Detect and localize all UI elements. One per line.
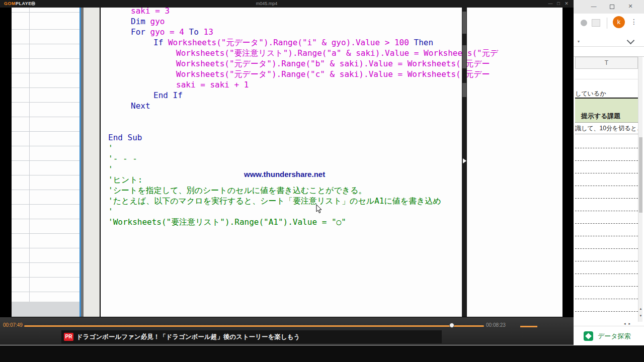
column-header[interactable]: T: [575, 57, 638, 69]
background-browser-window: — ✕ k ⋮ ▾ T しているか 提示する課題 識して、10分を切るとこ: [574, 0, 644, 345]
browser-maximize-button[interactable]: [610, 5, 614, 9]
code-line: 'シートを指定して、別のシートのセルに値を書き込むことができる。: [108, 186, 367, 195]
code-line: '- - -: [108, 154, 137, 163]
code-line: ': [108, 207, 113, 216]
hscroll-arrows[interactable]: ◂▸: [624, 322, 633, 326]
code-line: Dim gyo: [131, 17, 165, 26]
browser-menu-icon[interactable]: ⋮: [630, 17, 637, 27]
ad-banner[interactable]: PR ドラゴンボールファン必見！「ドラゴンボール超」後のストーリーを楽しもう: [61, 330, 442, 343]
green-cell-text: 提示する課題: [581, 112, 621, 121]
video-frame[interactable]: www.thundershare.net saki = 3Dim gyoFor …: [0, 8, 574, 317]
sheet-cells: しているか 提示する課題 識して、10分を切るとこ: [575, 69, 638, 326]
sheet-row[interactable]: [575, 299, 638, 312]
code-line: 'Worksheets("要注意リスト").Range("A1").Value …: [108, 218, 346, 226]
volume-bar[interactable]: [520, 326, 537, 327]
code-line: 'ヒント:: [108, 175, 142, 184]
sheet-row[interactable]: [575, 186, 638, 199]
code-line: Next: [131, 102, 150, 110]
ad-text: ドラゴンボールファン必見！「ドラゴンボール超」後のストーリーを楽しもう: [76, 330, 300, 343]
player-maximize-button[interactable]: □: [555, 1, 561, 6]
seek-handle[interactable]: [449, 323, 454, 328]
code-line: Worksheets("要注意リスト").Range("a" & saki).V…: [176, 49, 498, 57]
current-time: 00:07:49: [3, 322, 23, 328]
sheet-row[interactable]: [575, 224, 638, 236]
code-line: ': [108, 144, 113, 152]
profile-avatar[interactable]: k: [613, 16, 625, 28]
watermark-text: www.thundershare.net: [244, 170, 325, 178]
editor-indicator-column: [84, 8, 100, 317]
code-line: Worksheets("元データ").Range("b" & saki).Val…: [176, 59, 490, 68]
sheets-menu-row: ▾: [574, 35, 644, 47]
sheet-cell-highlight[interactable]: 提示する課題: [575, 99, 638, 123]
player-minimize-button[interactable]: —: [547, 1, 553, 6]
vba-code: www.thundershare.net saki = 3Dim gyoFor …: [101, 8, 562, 317]
sheet-row[interactable]: [575, 148, 638, 161]
sheet-row[interactable]: [575, 136, 638, 148]
video-filename: m045.mp4: [0, 1, 533, 6]
extension-icon[interactable]: [581, 20, 587, 26]
code-line: Worksheets("元データ").Range("c" & saki).Val…: [176, 70, 490, 78]
editor-scrollbar: [462, 8, 467, 317]
browser-toolbar: k ⋮: [574, 14, 644, 35]
explore-button[interactable]: データ探索: [598, 332, 631, 341]
player-close-button[interactable]: ✕: [564, 1, 570, 6]
code-line: saki = 3: [131, 8, 170, 15]
scroll-up-icon[interactable]: ▲: [638, 307, 643, 310]
browser-titlebar: — ✕: [574, 0, 644, 14]
explore-icon: [584, 331, 593, 341]
code-line: 'たとえば、以下のマクロを実行すると、シート「要注意リスト」のセルA1に値を書き…: [108, 197, 441, 205]
sheet-row[interactable]: [575, 199, 638, 211]
windows-taskbar: ここに入力して検索 X C 86%: [0, 345, 644, 362]
code-line: If Worksheets("元データ").Range("i" & gyo).V…: [153, 38, 433, 47]
sheet-row[interactable]: [575, 249, 638, 261]
sheet-row[interactable]: [575, 261, 638, 274]
browser-scrollbar[interactable]: ▲ ▼: [638, 57, 642, 322]
sheet-row[interactable]: [575, 287, 638, 299]
sheet-row[interactable]: [575, 274, 638, 287]
code-line: End Sub: [108, 133, 142, 142]
code-line: End If: [153, 91, 183, 100]
pr-badge: PR: [64, 333, 73, 341]
video-spreadsheet-scrollbar: [12, 302, 79, 317]
chevron-down-icon[interactable]: [627, 37, 635, 45]
sheet-row[interactable]: [575, 236, 638, 249]
desktop: GOMPLAYER m045.mp4 — □ ✕ www.thundershar…: [0, 0, 644, 362]
sheet-cell[interactable]: 識して、10分を切るとこ: [575, 124, 638, 134]
code-line: ': [108, 165, 113, 173]
sheet-row[interactable]: [575, 173, 638, 186]
sheet-row[interactable]: [575, 161, 638, 173]
scroll-marker-icon: [463, 158, 466, 163]
seek-bar[interactable]: [24, 325, 484, 327]
formula-bar[interactable]: [574, 47, 644, 57]
toolbar-divider: [607, 18, 607, 29]
sheet-row[interactable]: [575, 211, 638, 224]
code-line: For gyo = 4 To 13: [131, 28, 213, 36]
player-titlebar[interactable]: GOMPLAYER m045.mp4 — □ ✕: [0, 0, 574, 8]
mouse-cursor: [316, 205, 323, 214]
extension-icon-2[interactable]: [592, 19, 600, 27]
total-time: 00:08:23: [486, 322, 506, 328]
gom-player-window: GOMPLAYER m045.mp4 — □ ✕ www.thundershar…: [0, 0, 574, 345]
sheets-statusbar: データ探索: [574, 326, 644, 345]
scroll-down-icon[interactable]: ▼: [638, 314, 643, 317]
scrollbar-thumb[interactable]: [639, 137, 642, 213]
player-control-bar: 00:07:49 00:08:23 ■ ◀ ▶ PR ドラゴンボールファン必見！…: [0, 317, 574, 345]
code-line: saki = saki + 1: [176, 80, 249, 89]
video-spreadsheet-area: [12, 8, 79, 302]
sheet-dashed-rows: [575, 136, 638, 312]
browser-minimize-button[interactable]: —: [590, 3, 597, 9]
dropdown-icon[interactable]: ▾: [578, 39, 580, 44]
browser-close-button[interactable]: ✕: [627, 3, 634, 10]
